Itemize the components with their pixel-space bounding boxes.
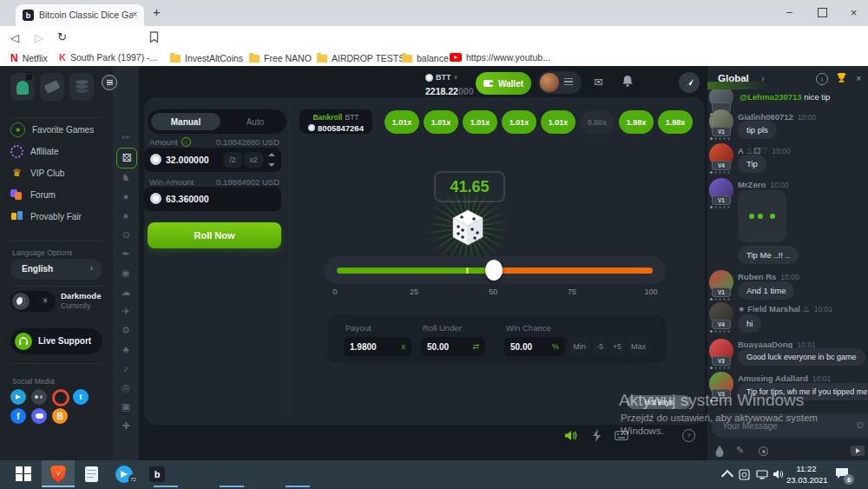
bookmark-youtube[interactable]: https://www.youtub...: [450, 52, 550, 63]
bookmark-southpark[interactable]: K South Park (1997) -...: [59, 52, 157, 63]
window-close-button[interactable]: ×: [839, 0, 868, 24]
game-icon[interactable]: ♞: [113, 172, 139, 183]
game-icon[interactable]: ✚: [113, 420, 139, 432]
multiplier-chip[interactable]: 1.01x: [463, 110, 497, 134]
multiplier-chip[interactable]: 1.01x: [502, 110, 536, 134]
twitter-icon[interactable]: t: [73, 389, 89, 405]
game-icon[interactable]: ✒: [113, 248, 139, 260]
game-icon[interactable]: ✈: [113, 306, 139, 317]
chat-rules-icon[interactable]: ✎: [736, 445, 744, 456]
back-button[interactable]: ◁: [10, 31, 19, 44]
browser-tab[interactable]: b Bitcoin Classic Dice Game - Play D ×: [16, 4, 144, 26]
taskbar-brave-button[interactable]: [42, 460, 75, 487]
chat-close-icon[interactable]: ×: [856, 73, 861, 83]
chat-username[interactable]: MrZero10:00: [738, 180, 788, 189]
roll-slider[interactable]: [324, 256, 666, 284]
payout-input[interactable]: 1.9800 x: [344, 337, 411, 356]
multiplier-chip[interactable]: 1.01x: [424, 110, 458, 134]
chance-min-button[interactable]: Min: [569, 337, 590, 356]
sidebar-item-affiliate[interactable]: Affiliate: [10, 141, 106, 162]
mention[interactable]: @Lehma230713: [740, 92, 802, 102]
amount-stepper[interactable]: [266, 151, 277, 169]
forward-button[interactable]: ▷: [35, 31, 43, 44]
double-bet-button[interactable]: x2: [244, 152, 263, 168]
game-icon[interactable]: ⊙: [113, 229, 139, 241]
hotkeys-keyboard-icon[interactable]: [615, 431, 628, 440]
medium-icon[interactable]: [31, 389, 47, 405]
start-button[interactable]: [7, 460, 40, 487]
game-icon-dice-active[interactable]: ⚄: [116, 148, 137, 169]
mail-icon[interactable]: ✉: [594, 76, 603, 89]
multiplier-chip[interactable]: 0.00x: [580, 110, 615, 134]
game-icon[interactable]: ✏: [113, 132, 139, 143]
telegram-icon[interactable]: [10, 389, 26, 405]
game-icon[interactable]: ☁: [113, 287, 139, 298]
emoji-icon[interactable]: ☺: [855, 419, 865, 431]
rain-tip-icon[interactable]: [715, 446, 724, 457]
window-minimize-button[interactable]: –: [775, 0, 804, 24]
tab-manual[interactable]: Manual: [151, 113, 220, 130]
game-icon[interactable]: ▣: [113, 401, 139, 413]
tab-auto[interactable]: Auto: [231, 113, 279, 130]
channel-selector[interactable]: Global: [718, 73, 749, 83]
win-chance-input[interactable]: 50.00 %: [504, 337, 565, 356]
trophy-icon[interactable]: [836, 72, 847, 83]
multiplier-chip[interactable]: 1.98x: [619, 110, 654, 134]
multiplier-chip[interactable]: 1.01x: [541, 110, 575, 134]
game-tile-locked[interactable]: [10, 73, 35, 101]
sidebar-item-provably-fair[interactable]: Provably Fair: [10, 206, 106, 227]
bitcoin-icon[interactable]: B: [52, 408, 68, 424]
bookmark-icon[interactable]: [149, 31, 159, 43]
sound-icon[interactable]: [564, 430, 577, 441]
game-icon[interactable]: ♪: [113, 363, 139, 373]
wallet-button[interactable]: Wallet: [476, 72, 531, 95]
bookmark-netflix[interactable]: N Netflix: [10, 52, 48, 64]
game-tile-ticket[interactable]: [40, 73, 64, 101]
tray-volume-icon[interactable]: [773, 469, 784, 479]
game-icon[interactable]: ♠: [113, 210, 139, 221]
bookmark-investaltcoins[interactable]: InvestAltCoins: [170, 53, 243, 63]
bookmark-freenano[interactable]: Free NANO: [249, 53, 312, 63]
sidebar-toggle-button[interactable]: [102, 75, 117, 90]
notification-center-button[interactable]: 6: [835, 467, 849, 483]
chevron-right-icon[interactable]: ›: [761, 73, 765, 83]
bookmark-airdrop[interactable]: AIRDROP TESTS: [317, 53, 404, 63]
multiplier-chip[interactable]: 1.01x: [385, 110, 419, 134]
facebook-icon[interactable]: f: [10, 408, 26, 424]
tip-coin-icon[interactable]: [759, 446, 768, 456]
help-icon[interactable]: ?: [682, 429, 695, 442]
half-bet-button[interactable]: /2: [223, 152, 242, 168]
live-support-button[interactable]: Live Support: [10, 328, 102, 354]
tab-close-icon[interactable]: ×: [132, 9, 137, 19]
sidebar-item-forum[interactable]: Forum: [10, 184, 106, 205]
bell-icon[interactable]: [621, 75, 634, 88]
chance-minus5-button[interactable]: -5: [592, 337, 608, 356]
chance-plus5-button[interactable]: +5: [609, 337, 625, 356]
discord-icon[interactable]: [31, 408, 47, 424]
language-selector[interactable]: English ›: [10, 259, 102, 280]
game-icon[interactable]: ⚙: [113, 325, 139, 336]
game-icon[interactable]: ●: [113, 191, 139, 202]
taskbar-bcgame-button[interactable]: b: [141, 460, 174, 487]
chat-message-input[interactable]: [712, 413, 868, 438]
github-red-icon[interactable]: [52, 389, 69, 406]
roll-now-button[interactable]: Roll Now: [148, 222, 281, 248]
chat-toggle-button[interactable]: [679, 72, 700, 93]
slider-handle[interactable]: [485, 260, 503, 281]
amount-input[interactable]: 32.000000 /2 x2: [144, 148, 281, 172]
chat-username[interactable]: Ruben Rs10:00: [738, 272, 799, 281]
roll-under-input[interactable]: 50.00 ⇄: [421, 337, 485, 356]
win-amount-input[interactable]: 63.360000: [144, 187, 281, 211]
taskbar-notepad-button[interactable]: [75, 460, 108, 487]
game-tile-coins[interactable]: [69, 73, 94, 101]
tray-expand-chevron[interactable]: [721, 470, 733, 482]
new-tab-button[interactable]: +: [153, 4, 161, 19]
game-icon[interactable]: ◉: [113, 268, 139, 279]
game-icon[interactable]: ♣: [113, 344, 139, 354]
turbo-bolt-icon[interactable]: [592, 429, 602, 442]
tray-network-icon[interactable]: [756, 470, 768, 479]
swap-icon[interactable]: ⇄: [472, 342, 479, 351]
sidebar-item-vip-club[interactable]: ♛ VIP Club: [10, 162, 106, 183]
chat-username[interactable]: ★ Field Marshal ♨10:01: [738, 304, 832, 314]
chat-username[interactable]: Amusing Adallard10:01: [738, 373, 831, 383]
